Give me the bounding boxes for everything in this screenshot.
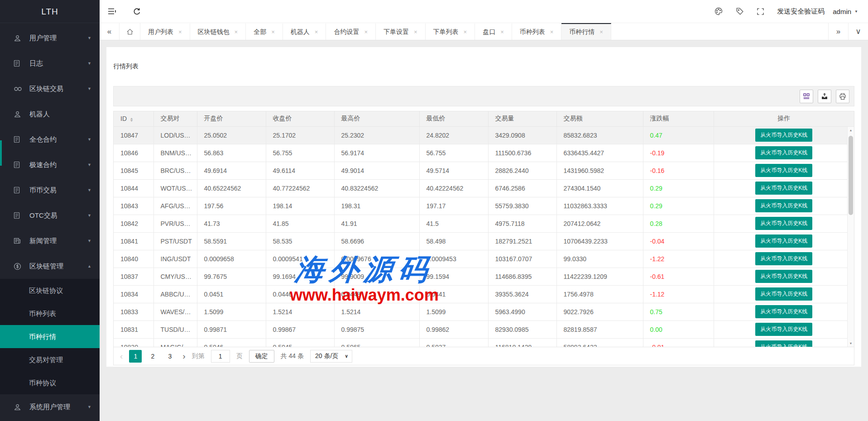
close-icon[interactable]: × [235, 29, 238, 35]
sidebar-scrollbar-thumb[interactable] [0, 140, 2, 166]
print-button[interactable] [836, 90, 849, 103]
scroll-tabs-left-icon[interactable]: « [100, 23, 120, 40]
fullscreen-icon[interactable] [750, 8, 771, 15]
cell-volume: 39355.3624 [488, 285, 556, 303]
sort-icon[interactable]: ▲▼ [130, 117, 133, 122]
sidebar-subitem-9-4[interactable]: 币种协议 [0, 371, 100, 394]
refresh-icon[interactable] [125, 0, 149, 23]
tab-3[interactable]: 机器人× [283, 23, 326, 40]
cell-high: 56.9174 [334, 144, 419, 162]
close-icon[interactable]: × [271, 29, 275, 35]
table-row: 10833WAVES/…1.50991.52141.52141.50995963… [114, 303, 854, 321]
import-kline-button[interactable]: 从火币导入历史K线 [755, 217, 812, 230]
menu-toggle-icon[interactable] [100, 0, 125, 23]
sidebar-item-0[interactable]: 用户管理▼ [0, 25, 100, 51]
home-icon [126, 28, 134, 35]
cell-high: 25.2302 [334, 126, 419, 144]
tab-0[interactable]: 用户列表× [140, 23, 190, 40]
cell-action: 从火币导入历史K线 [714, 321, 854, 338]
sidebar-item-7[interactable]: OTC交易▼ [0, 203, 100, 228]
close-icon[interactable]: × [599, 29, 603, 35]
column-header-0[interactable]: ID▲▼ [114, 111, 153, 126]
confirm-page-button[interactable]: 确定 [249, 350, 274, 363]
import-kline-button[interactable]: 从火币导入历史K线 [755, 252, 812, 265]
import-kline-button[interactable]: 从火币导入历史K线 [755, 340, 812, 347]
sidebar-item-1[interactable]: 日志▼ [0, 51, 100, 76]
export-button[interactable] [818, 90, 831, 103]
import-kline-button[interactable]: 从火币导入历史K线 [755, 199, 812, 212]
tab-4[interactable]: 合约设置× [326, 23, 376, 40]
import-kline-button[interactable]: 从火币导入历史K线 [755, 234, 812, 248]
page-number-1[interactable]: 1 [129, 350, 142, 363]
cell-open: 1.5099 [197, 303, 266, 321]
tab-8[interactable]: 币种列表× [512, 23, 562, 40]
close-icon[interactable]: × [178, 29, 182, 35]
tab-5[interactable]: 下单设置× [376, 23, 426, 40]
send-security-code-button[interactable]: 发送安全验证码 [777, 7, 825, 16]
page-number-3[interactable]: 3 [163, 350, 176, 363]
close-icon[interactable]: × [364, 29, 368, 35]
tab-6[interactable]: 下单列表× [426, 23, 475, 40]
filter-columns-button[interactable] [800, 90, 813, 103]
sidebar-item-5[interactable]: 极速合约▼ [0, 152, 100, 177]
cell-id: 10841 [114, 232, 153, 250]
cell-action: 从火币导入历史K线 [714, 162, 854, 179]
close-icon[interactable]: × [414, 29, 417, 35]
tag-icon[interactable] [729, 7, 750, 15]
prev-page-icon[interactable]: ‹ [120, 352, 123, 360]
goto-page-input[interactable] [211, 350, 230, 363]
scroll-down-icon[interactable]: ▼ [848, 340, 854, 347]
tab-options-icon[interactable]: ∨ [848, 23, 868, 40]
home-tab[interactable] [120, 23, 140, 40]
tab-1[interactable]: 区块链钱包× [190, 23, 246, 40]
cell-change: -0.16 [643, 162, 714, 179]
next-page-icon[interactable]: › [182, 352, 185, 360]
per-page-select[interactable]: 20 条/页 ∨ [310, 350, 352, 363]
sidebar-subitem-9-0[interactable]: 区块链协议 [0, 279, 100, 302]
sidebar-item-10[interactable]: 系统用户管理▼ [0, 394, 100, 420]
scroll-tabs-right-icon[interactable]: » [828, 23, 848, 40]
table-row: 10842PVR/US…41.7341.8541.9141.54975.7118… [114, 215, 854, 232]
import-kline-button[interactable]: 从火币导入历史K线 [755, 323, 812, 336]
close-icon[interactable]: × [315, 29, 318, 35]
sidebar-subitem-9-3[interactable]: 交易对管理 [0, 348, 100, 371]
cell-high: 1.5214 [334, 303, 419, 321]
import-kline-button[interactable]: 从火币导入历史K线 [755, 305, 812, 318]
column-header-2: 开盘价 [197, 111, 266, 126]
tab-7[interactable]: 盘口× [475, 23, 512, 40]
page-number-2[interactable]: 2 [146, 350, 159, 363]
tab-9[interactable]: 币种行情× [561, 23, 611, 40]
sidebar-subitem-9-2[interactable]: 币种行情 [0, 325, 100, 348]
close-icon[interactable]: × [464, 29, 467, 35]
tab-2[interactable]: 全部× [246, 23, 283, 40]
import-kline-button[interactable]: 从火币导入历史K线 [755, 182, 812, 195]
sidebar-item-3[interactable]: 机器人 [0, 101, 100, 127]
scrollbar-thumb[interactable] [849, 136, 853, 215]
import-kline-button[interactable]: 从火币导入历史K线 [755, 270, 812, 283]
user-menu[interactable]: admin ▼ [833, 8, 858, 15]
import-kline-button[interactable]: 从火币导入历史K线 [755, 146, 812, 159]
sidebar-item-label: 全仓合约 [29, 135, 57, 144]
cell-amount: 1431960.5982 [556, 162, 643, 179]
import-kline-button[interactable]: 从火币导入历史K线 [755, 129, 812, 142]
table-scrollbar[interactable]: ▲ ▼ [847, 127, 854, 347]
table-row: 10830MAGIC/…0.50460.50450.50650.50371168… [114, 338, 854, 347]
sidebar-item-4[interactable]: 全仓合约▼ [0, 127, 100, 152]
sidebar-subitem-9-1[interactable]: 币种列表 [0, 302, 100, 325]
close-icon[interactable]: × [500, 29, 504, 35]
cell-id: 10840 [114, 250, 153, 268]
close-icon[interactable]: × [550, 29, 554, 35]
sidebar-item-2[interactable]: 区块链交易▼ [0, 76, 100, 101]
scroll-up-icon[interactable]: ▲ [848, 127, 854, 134]
cell-id: 10830 [114, 338, 153, 347]
import-kline-button[interactable]: 从火币导入历史K线 [755, 287, 812, 301]
sidebar-item-9[interactable]: 区块链管理▲ [0, 254, 100, 279]
sidebar-item-6[interactable]: 币币交易▼ [0, 177, 100, 203]
theme-palette-icon[interactable] [708, 7, 729, 16]
cell-close: 56.755 [266, 144, 334, 162]
import-kline-button[interactable]: 从火币导入历史K线 [755, 164, 812, 177]
table-row: 10840ING/USDT0.00096580.00095410.0009676… [114, 250, 854, 268]
sidebar-item-label: 极速合约 [29, 161, 57, 169]
cell-pair: WAVES/… [153, 303, 197, 321]
sidebar-item-8[interactable]: 新闻管理▼ [0, 228, 100, 254]
